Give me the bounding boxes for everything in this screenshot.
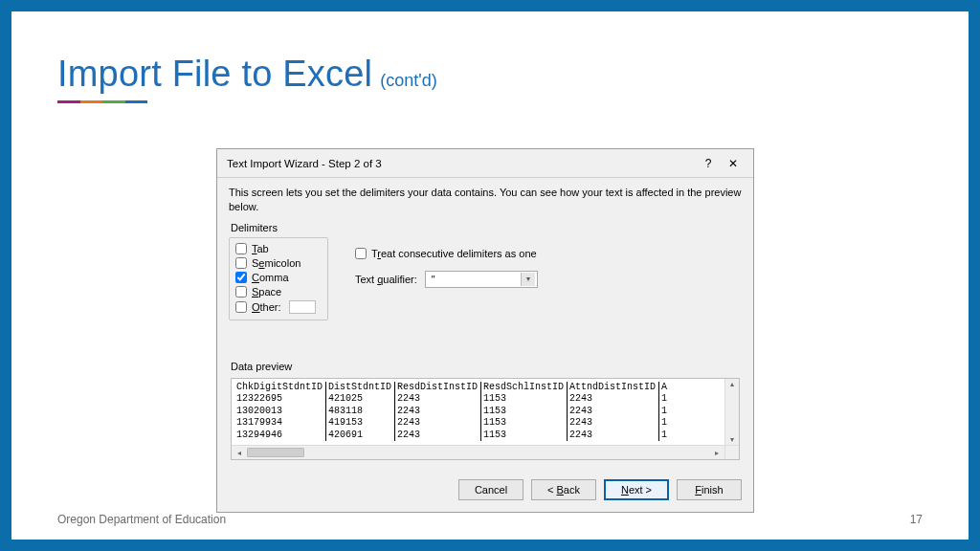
delimiters-group: Tab Semicolon Comma Space xyxy=(229,237,328,320)
delimiter-space-checkbox[interactable] xyxy=(235,286,247,298)
scroll-down-icon: ▾ xyxy=(725,434,739,445)
data-preview-table: ChkDigitStdntID DistStdntID ResdDistInst… xyxy=(234,382,670,442)
treat-consecutive-checkbox[interactable] xyxy=(355,248,367,259)
scrollbar-corner xyxy=(724,446,739,459)
delimiter-comma[interactable]: Comma xyxy=(235,271,322,285)
data-preview-content: ChkDigitStdntID DistStdntID ResdDistInst… xyxy=(234,382,723,443)
dialog-body: This screen lets you set the delimiters … xyxy=(217,178,753,470)
text-qualifier-value: " xyxy=(432,274,435,285)
table-row: 123226954210252243115322431 xyxy=(234,393,670,406)
delimiter-tab-checkbox[interactable] xyxy=(235,243,247,254)
delimiter-other[interactable]: Other: xyxy=(235,299,322,316)
back-button[interactable]: < Back xyxy=(531,479,596,500)
dialog-intro-text: This screen lets you set the delimiters … xyxy=(229,186,742,214)
text-qualifier-row: Text qualifier: " ▾ xyxy=(355,271,538,288)
delimiter-space[interactable]: Space xyxy=(235,285,322,299)
data-preview-heading: Data preview xyxy=(229,361,742,372)
horizontal-scrollbar[interactable]: ◂ ▸ xyxy=(232,445,739,459)
delimiter-tab[interactable]: Tab xyxy=(235,242,322,256)
dialog-title: Text Import Wizard - Step 2 of 3 xyxy=(227,158,696,169)
text-import-wizard-dialog: Text Import Wizard - Step 2 of 3 ? ✕ Thi… xyxy=(216,148,754,513)
dialog-titlebar: Text Import Wizard - Step 2 of 3 ? ✕ xyxy=(217,149,753,178)
scrollbar-thumb[interactable] xyxy=(247,448,304,457)
chevron-down-icon: ▾ xyxy=(521,273,535,286)
slide-border: Import File to Excel (cont'd) Text Impor… xyxy=(0,0,980,551)
treat-consecutive-option[interactable]: Treat consecutive delimiters as one xyxy=(355,247,538,261)
dialog-button-row: Cancel < Back Next > Finish xyxy=(217,470,753,512)
table-row: 130200134831182243115322431 xyxy=(234,406,670,418)
cancel-button[interactable]: Cancel xyxy=(458,479,523,500)
footer-org: Oregon Department of Education xyxy=(57,513,226,526)
help-button[interactable]: ? xyxy=(696,155,721,172)
table-row: 131799344191532243115322431 xyxy=(234,417,670,430)
slide-title: Import File to Excel xyxy=(57,54,372,95)
delimiters-heading: Delimiters xyxy=(229,222,742,233)
slide-title-group: Import File to Excel (cont'd) xyxy=(57,54,923,95)
scroll-left-icon: ◂ xyxy=(232,446,247,459)
delimiter-comma-checkbox[interactable] xyxy=(235,272,247,283)
data-preview-box: ChkDigitStdntID DistStdntID ResdDistInst… xyxy=(231,378,740,460)
delimiter-semicolon[interactable]: Semicolon xyxy=(235,256,322,271)
text-qualifier-label: Text qualifier: xyxy=(355,274,417,285)
scroll-right-icon: ▸ xyxy=(709,446,724,459)
delimiter-other-input[interactable] xyxy=(289,300,316,314)
vertical-scrollbar[interactable]: ▴ ▾ xyxy=(724,379,739,445)
slide-content: Import File to Excel (cont'd) Text Impor… xyxy=(11,11,969,540)
text-qualifier-select[interactable]: " ▾ xyxy=(425,271,538,288)
slide-subtitle: (cont'd) xyxy=(380,71,436,91)
delimiter-semicolon-checkbox[interactable] xyxy=(235,257,247,269)
close-button[interactable]: ✕ xyxy=(721,155,746,172)
table-row: 132949464206912243115322431 xyxy=(234,430,670,442)
table-header-row: ChkDigitStdntID DistStdntID ResdDistInst… xyxy=(234,382,670,394)
title-accent-rule xyxy=(57,100,147,103)
finish-button[interactable]: Finish xyxy=(677,479,742,500)
scroll-up-icon: ▴ xyxy=(725,379,739,389)
page-number: 17 xyxy=(910,513,923,526)
delimiter-options-right: Treat consecutive delimiters as one Text… xyxy=(355,237,538,288)
delimiter-other-checkbox[interactable] xyxy=(235,301,247,313)
scrollbar-track[interactable] xyxy=(304,446,709,459)
next-button[interactable]: Next > xyxy=(604,479,669,500)
